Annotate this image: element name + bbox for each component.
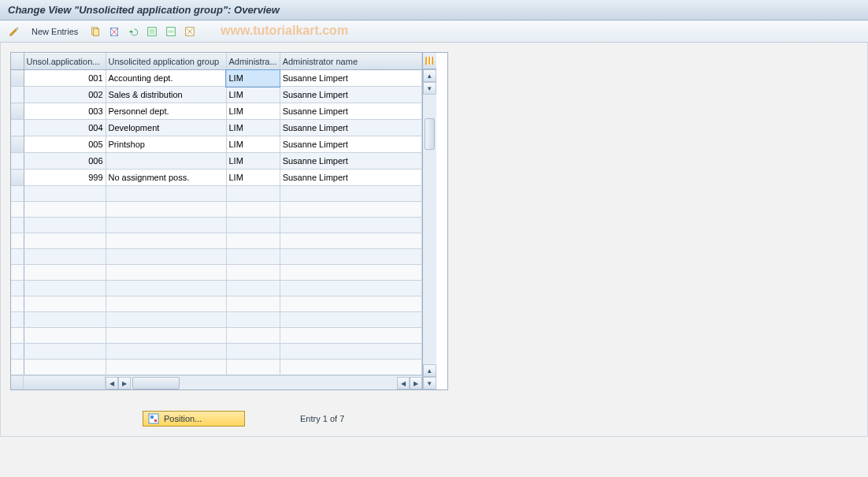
row-handle[interactable]	[11, 120, 24, 136]
hscroll-right-icon[interactable]: ◀	[397, 377, 410, 389]
table-row[interactable]: 002Sales & distributionLIMSusanne Limper…	[11, 87, 421, 103]
row-handle[interactable]	[11, 344, 24, 360]
cell-group[interactable]	[106, 153, 226, 170]
cell-admin[interactable]: LIM	[226, 87, 280, 103]
vscroll-down-icon[interactable]: ▼	[423, 377, 436, 389]
row-handle[interactable]	[11, 360, 24, 375]
table-row[interactable]: 003Personnel dept.LIMSusanne Limpert	[11, 103, 421, 120]
cell-group[interactable]: Development	[106, 120, 226, 136]
cell-name[interactable]: Susanne Limpert	[280, 70, 421, 87]
position-button[interactable]: Position...	[143, 411, 245, 427]
table-row[interactable]: 004DevelopmentLIMSusanne Limpert	[11, 120, 421, 136]
cell-group[interactable]: Sales & distribution	[106, 87, 226, 103]
row-handle[interactable]	[11, 153, 24, 170]
cell-code[interactable]: 001	[24, 70, 106, 87]
cell-name[interactable]: Susanne Limpert	[280, 87, 421, 103]
table-row-empty[interactable]	[11, 249, 421, 265]
row-handle[interactable]	[11, 186, 24, 202]
row-handle[interactable]	[11, 170, 24, 186]
cell-name[interactable]: Susanne Limpert	[280, 153, 421, 170]
cell-admin[interactable]: LIM	[226, 70, 280, 87]
row-select-header[interactable]	[11, 54, 24, 70]
cell-code[interactable]: 999	[24, 170, 106, 186]
vscroll-track[interactable]	[423, 95, 436, 364]
row-handle[interactable]	[11, 87, 24, 103]
cell-code[interactable]: 003	[24, 103, 106, 120]
row-handle[interactable]	[11, 312, 24, 328]
cell-name[interactable]: Susanne Limpert	[280, 103, 421, 120]
table-row-empty[interactable]	[11, 233, 421, 249]
row-handle[interactable]	[11, 265, 24, 281]
col-header-name[interactable]: Administrator name	[280, 54, 421, 70]
title-bar: Change View "Unsolicited application gro…	[0, 0, 868, 20]
table-row-empty[interactable]	[11, 344, 421, 360]
data-grid: Unsol.application... Unsolicited applica…	[10, 52, 448, 390]
cell-admin[interactable]: LIM	[226, 136, 280, 153]
col-header-admin[interactable]: Administra...	[226, 54, 280, 70]
vscroll-pgdn-icon[interactable]: ▲	[423, 364, 436, 377]
hscroll-left-start-icon[interactable]: ◀	[106, 377, 118, 389]
copy-as-icon[interactable]	[87, 24, 103, 39]
table-row-empty[interactable]	[11, 360, 421, 375]
cell-admin[interactable]: LIM	[226, 153, 280, 170]
row-handle[interactable]	[11, 328, 24, 344]
select-all-icon[interactable]	[144, 24, 160, 39]
table-row[interactable]: 005PrintshopLIMSusanne Limpert	[11, 136, 421, 153]
cell-code[interactable]: 002	[24, 87, 106, 103]
cell-admin[interactable]: LIM	[226, 120, 280, 136]
cell-admin[interactable]: LIM	[226, 170, 280, 186]
hscroll-track[interactable]	[131, 377, 397, 389]
row-handle[interactable]	[11, 218, 24, 233]
col-header-code[interactable]: Unsol.application...	[24, 54, 106, 70]
delete-icon[interactable]	[106, 24, 122, 39]
row-handle[interactable]	[11, 70, 24, 87]
cell-group[interactable]: Printshop	[106, 136, 226, 153]
row-handle[interactable]	[11, 103, 24, 120]
cell-code[interactable]: 005	[24, 136, 106, 153]
svg-rect-14	[154, 419, 157, 422]
new-entries-button[interactable]: New Entries	[25, 24, 84, 39]
table-row-empty[interactable]	[11, 296, 421, 312]
svg-rect-1	[94, 28, 99, 35]
cell-code[interactable]: 004	[24, 120, 106, 136]
row-handle[interactable]	[11, 249, 24, 265]
undo-icon[interactable]	[125, 24, 141, 39]
hscroll-thumb[interactable]	[132, 377, 180, 389]
cell-name[interactable]: Susanne Limpert	[280, 170, 421, 186]
table-row[interactable]: 999No assignment poss.LIMSusanne Limpert	[11, 170, 421, 186]
vscroll-up-icon[interactable]: ▲	[423, 69, 436, 82]
vscroll-pgup-icon[interactable]: ▼	[423, 82, 436, 95]
row-handle[interactable]	[11, 281, 24, 296]
cell-name[interactable]: Susanne Limpert	[280, 120, 421, 136]
horizontal-scrollbar: ◀ ▶ ◀ ▶	[11, 375, 422, 389]
vertical-scrollbar: ▲ ▼ ▲ ▼	[423, 69, 436, 389]
table-row-empty[interactable]	[11, 186, 421, 202]
row-handle[interactable]	[11, 202, 24, 218]
cell-group[interactable]: No assignment poss.	[106, 170, 226, 186]
cell-admin[interactable]: LIM	[226, 103, 280, 120]
table-row-empty[interactable]	[11, 281, 421, 296]
hscroll-left-icon[interactable]: ▶	[118, 377, 131, 389]
table-row-empty[interactable]	[11, 328, 421, 344]
row-handle[interactable]	[11, 296, 24, 312]
table-row-empty[interactable]	[11, 265, 421, 281]
row-handle[interactable]	[11, 136, 24, 153]
select-block-icon[interactable]	[163, 24, 179, 39]
toolbar: New Entries www.tutorialkart.com	[0, 20, 868, 43]
cell-group[interactable]: Accounting dept.	[106, 70, 226, 87]
table-row-empty[interactable]	[11, 312, 421, 328]
table-row-empty[interactable]	[11, 218, 421, 233]
table-row-empty[interactable]	[11, 202, 421, 218]
table-row[interactable]: 001Accounting dept.LIMSusanne Limpert	[11, 70, 421, 87]
hscroll-right-end-icon[interactable]: ▶	[410, 377, 422, 389]
table-settings-icon[interactable]	[423, 53, 436, 69]
cell-name[interactable]: Susanne Limpert	[280, 136, 421, 153]
col-header-group[interactable]: Unsolicited application group	[106, 54, 226, 70]
table-row[interactable]: 006LIMSusanne Limpert	[11, 153, 421, 170]
deselect-all-icon[interactable]	[182, 24, 198, 39]
cell-group[interactable]: Personnel dept.	[106, 103, 226, 120]
toggle-display-change-icon[interactable]	[6, 24, 22, 39]
vscroll-thumb[interactable]	[425, 118, 435, 150]
row-handle[interactable]	[11, 233, 24, 249]
cell-code[interactable]: 006	[24, 153, 106, 170]
